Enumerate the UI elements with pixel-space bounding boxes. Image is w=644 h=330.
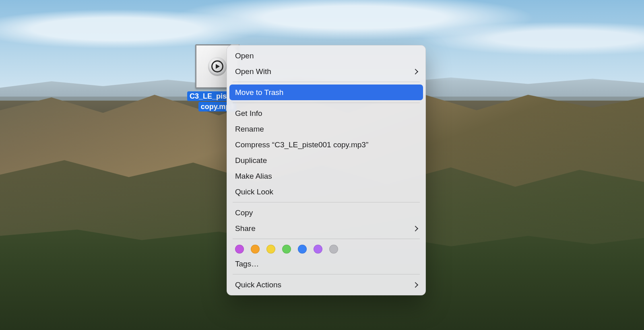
menu-item-label: Tags… <box>235 260 259 268</box>
menu-item-rename[interactable]: Rename <box>229 121 423 137</box>
menu-item-label: Get Info <box>235 109 262 118</box>
menu-separator <box>233 103 420 103</box>
menu-item-open-with[interactable]: Open With <box>229 64 423 79</box>
menu-item-label: Rename <box>235 125 264 134</box>
menu-separator <box>233 202 420 202</box>
menu-item-trash[interactable]: Move to Trash <box>229 85 423 100</box>
menu-separator <box>233 82 420 82</box>
menu-item-label: Compress “C3_LE_piste001 copy.mp3” <box>235 140 368 149</box>
menu-item-label: Quick Look <box>235 188 273 196</box>
menu-item-duplicate[interactable]: Duplicate <box>229 153 423 168</box>
chevron-right-icon <box>413 225 418 231</box>
tag-color-yellow[interactable] <box>266 245 275 254</box>
menu-item-label: Copy <box>235 208 253 217</box>
chevron-right-icon <box>413 68 418 74</box>
menu-item-label: Open <box>235 52 254 60</box>
tag-color-violet[interactable] <box>314 245 322 254</box>
menu-separator <box>233 239 420 239</box>
menu-item-label: Quick Actions <box>235 280 281 289</box>
menu-item-label: Make Alias <box>235 172 272 181</box>
menu-item-get-info[interactable]: Get Info <box>229 105 423 121</box>
tag-color-blue[interactable] <box>298 245 307 254</box>
menu-item-label: Share <box>235 224 256 233</box>
chevron-right-icon <box>413 282 418 287</box>
tag-color-purple[interactable] <box>235 245 244 254</box>
context-menu[interactable]: OpenOpen WithMove to TrashGet InfoRename… <box>227 45 426 295</box>
menu-item-label: Move to Trash <box>235 88 283 97</box>
menu-item-quick-look[interactable]: Quick Look <box>229 184 423 200</box>
tag-color-row <box>229 241 423 256</box>
menu-item-alias[interactable]: Make Alias <box>229 168 423 184</box>
menu-item-quick-actions[interactable]: Quick Actions <box>229 277 423 293</box>
play-icon <box>208 57 227 76</box>
tag-color-orange[interactable] <box>251 245 260 254</box>
tag-color-green[interactable] <box>282 245 291 254</box>
menu-separator <box>233 274 420 274</box>
menu-item-copy[interactable]: Copy <box>229 205 423 221</box>
menu-item-share[interactable]: Share <box>229 221 423 236</box>
menu-item-label: Duplicate <box>235 156 267 165</box>
menu-item-open[interactable]: Open <box>229 48 423 64</box>
menu-item-label: Open With <box>235 67 271 76</box>
menu-item-tags[interactable]: Tags… <box>229 256 423 272</box>
tag-color-gray[interactable] <box>329 245 338 254</box>
menu-item-compress[interactable]: Compress “C3_LE_piste001 copy.mp3” <box>229 137 423 153</box>
